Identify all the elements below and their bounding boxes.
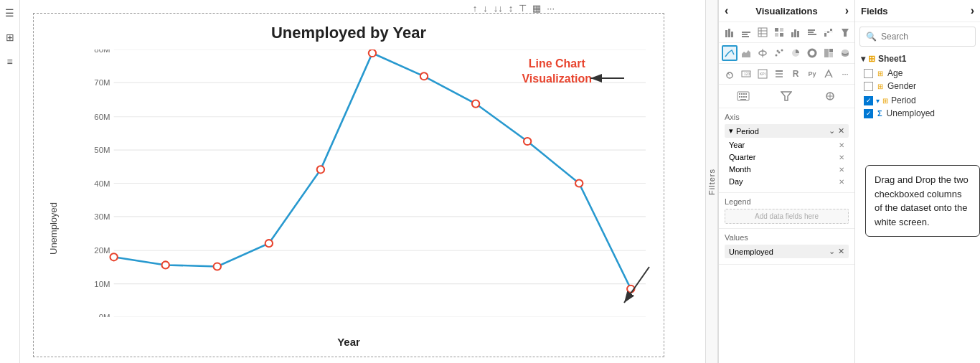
viz-icon-treemap[interactable] — [821, 45, 837, 61]
viz-icon-table[interactable] — [755, 24, 771, 40]
viz-icon-scatter[interactable] — [771, 45, 787, 61]
viz-icon-matrix[interactable] — [771, 24, 787, 40]
viz-axis-year-label: Year — [729, 141, 745, 149]
viz-axis-period-expand[interactable]: ▾ Period — [729, 126, 759, 136]
viz-icon-stacked-bar[interactable] — [722, 24, 738, 40]
viz-axis-year: Year ✕ — [725, 139, 849, 151]
period-group: ✓ ▾ ⊞ Period — [861, 94, 974, 107]
svg-line-26 — [624, 267, 649, 303]
viz-axis-year-close[interactable]: ✕ — [839, 141, 844, 149]
period-close-icon[interactable]: ✕ — [838, 126, 844, 136]
fields-search-input[interactable] — [881, 32, 969, 42]
more-icon[interactable]: ··· — [547, 3, 555, 14]
viz-icon-py[interactable]: Py — [804, 66, 820, 82]
viz-icon-bar2[interactable] — [738, 24, 754, 40]
viz-btn-keyboard[interactable] — [732, 88, 754, 105]
period-header[interactable]: ✓ ▾ ⊞ Period — [861, 94, 974, 107]
viz-axis-period-name: Period — [736, 127, 759, 136]
viz-icon-card[interactable]: 123 — [738, 66, 754, 82]
viz-icon-map[interactable] — [837, 45, 853, 61]
sort-both-icon[interactable]: ↕ — [509, 3, 514, 14]
fields-search-container[interactable]: 🔍 — [859, 27, 976, 47]
viz-panel-nav-back[interactable]: ‹ — [725, 4, 728, 17]
viz-icon-bar4[interactable] — [804, 24, 820, 40]
fields-panel-title: Fields — [861, 6, 888, 16]
sidebar-icon-list[interactable]: ≡ — [3, 55, 17, 69]
annotation-line1: Line Chart — [522, 57, 592, 72]
viz-icon-kpi[interactable]: KPI — [755, 66, 771, 82]
svg-text:KPI: KPI — [760, 72, 765, 76]
svg-rect-37 — [775, 28, 778, 32]
svg-rect-30 — [742, 32, 750, 33]
sort-desc-icon[interactable]: ↓ — [483, 3, 488, 14]
svg-rect-62 — [824, 49, 829, 57]
sidebar-icon-grid[interactable]: ⊞ — [3, 30, 17, 44]
viz-axis-day-close[interactable]: ✕ — [839, 178, 844, 186]
unemployed-dropdown-icon[interactable]: ⌄ — [829, 247, 835, 256]
unemployed-checkbox[interactable]: ✓ — [864, 109, 873, 118]
fields-panel-close[interactable]: › — [971, 4, 974, 17]
svg-rect-46 — [808, 29, 815, 31]
svg-point-55 — [776, 55, 778, 57]
svg-rect-75 — [776, 73, 783, 75]
search-icon: 🔍 — [866, 32, 877, 42]
data-point-2007 — [214, 263, 221, 270]
period-checkbox[interactable]: ✓ — [864, 96, 873, 105]
table-icon[interactable]: ▦ — [532, 3, 541, 14]
annotation-line2: Visualization — [522, 72, 592, 87]
svg-point-67 — [842, 50, 849, 54]
viz-legend-label: Legend — [725, 197, 849, 206]
sheet-header[interactable]: ▾ ⊞ Sheet1 — [861, 54, 974, 64]
viz-bottom-buttons — [719, 85, 854, 108]
viz-panel-nav-fwd[interactable]: › — [845, 4, 849, 17]
unemployed-sigma-icon: Σ — [877, 109, 882, 118]
viz-icons-row2 — [719, 43, 854, 64]
sort-asc-icon[interactable]: ↑ — [473, 3, 478, 14]
svg-rect-79 — [739, 93, 740, 95]
viz-icon-r[interactable]: R — [788, 66, 804, 82]
data-point-2006 — [162, 261, 169, 268]
age-checkbox[interactable] — [864, 69, 873, 78]
sidebar-icon-menu[interactable]: ☰ — [3, 6, 17, 20]
viz-icon-line-chart[interactable] — [722, 45, 738, 61]
viz-icon-waterfall[interactable] — [821, 24, 837, 40]
filters-label: Filters — [707, 169, 716, 195]
svg-rect-39 — [775, 33, 778, 37]
viz-icon-slicer[interactable] — [771, 66, 787, 82]
viz-icon-ribbon[interactable] — [755, 45, 771, 61]
svg-text:60M: 60M — [94, 113, 110, 121]
viz-icon-area[interactable] — [738, 45, 754, 61]
viz-values-section: Values Unemployed ⌄ ✕ — [719, 229, 854, 265]
viz-axis-quarter-close[interactable]: ✕ — [839, 154, 844, 161]
viz-icon-donut[interactable] — [804, 45, 820, 61]
period-dropdown-icon[interactable]: ⌄ — [829, 126, 835, 136]
viz-icon-ai[interactable] — [821, 66, 837, 82]
svg-marker-51 — [842, 29, 849, 37]
viz-icons-row1 — [719, 22, 854, 43]
unemployed-close-icon[interactable]: ✕ — [838, 247, 844, 256]
field-item-unemployed: ✓ Σ Unemployed — [861, 107, 974, 120]
visualizations-panel: ‹ Visualizations › — [718, 0, 854, 363]
svg-text:30M: 30M — [94, 212, 110, 221]
svg-rect-86 — [745, 96, 747, 98]
sort-desc2-icon[interactable]: ↓↓ — [494, 3, 503, 14]
svg-point-61 — [811, 52, 814, 55]
viz-icon-more2[interactable]: ··· — [837, 66, 853, 82]
viz-panel-header: ‹ Visualizations › — [719, 0, 854, 22]
svg-rect-43 — [797, 31, 799, 37]
data-point-2010 — [369, 50, 376, 57]
viz-axis-month-close[interactable]: ✕ — [839, 166, 844, 174]
viz-icon-funnel[interactable] — [837, 24, 853, 40]
viz-btn-filter2[interactable] — [776, 88, 797, 105]
viz-axis-period-actions: ⌄ ✕ — [829, 126, 844, 136]
viz-btn-analytics[interactable] — [819, 88, 841, 105]
chart-plot-area: 0M 10M 20M 30M 40M 50M 60M 70M 80M — [80, 50, 646, 317]
viz-icon-bar3[interactable] — [788, 24, 804, 40]
viz-icon-pie[interactable] — [788, 45, 804, 61]
gender-checkbox[interactable] — [864, 82, 873, 91]
filter-icon[interactable]: ⊤ — [519, 3, 527, 14]
viz-icon-gauge[interactable] — [722, 66, 738, 82]
viz-legend-empty[interactable]: Add data fields here — [725, 209, 849, 224]
gender-dim-icon: ⊞ — [877, 82, 883, 90]
period-chevron-icon: ▾ — [729, 126, 733, 136]
